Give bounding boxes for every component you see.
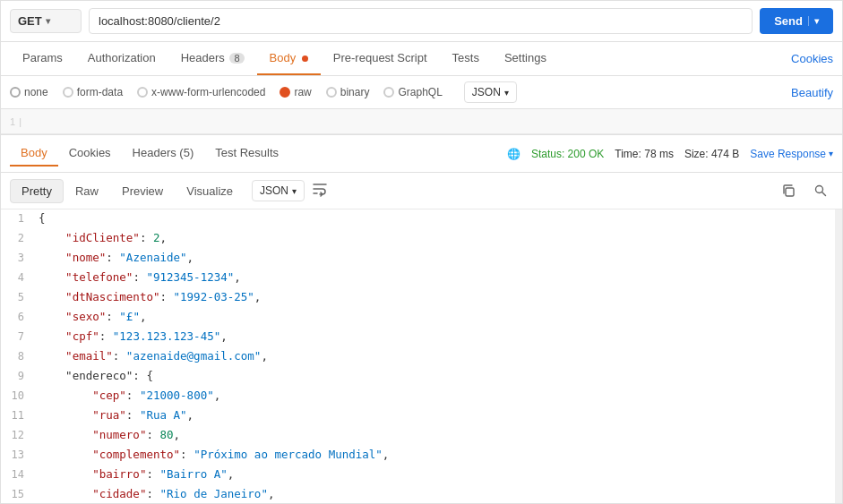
tab-body[interactable]: Body — [257, 42, 321, 75]
view-format-select[interactable]: JSON ▾ — [252, 180, 305, 201]
tab-headers[interactable]: Headers 8 — [168, 42, 257, 75]
send-label: Send — [774, 14, 803, 28]
resp-tab-cookies[interactable]: Cookies — [58, 141, 122, 167]
radio-form-data-icon — [63, 87, 73, 98]
body-type-row: none form-data x-www-form-urlencoded raw… — [1, 76, 842, 109]
json-line: 6 "sexo": "£", — [1, 308, 835, 328]
response-time: Time: 78 ms — [615, 148, 674, 160]
body-type-none[interactable]: none — [10, 86, 48, 98]
method-label: GET — [18, 14, 42, 28]
resp-tab-body[interactable]: Body — [10, 141, 58, 167]
body-type-binary[interactable]: binary — [326, 86, 370, 98]
format-label: JSON — [472, 86, 501, 98]
format-chevron-icon: ▾ — [504, 88, 509, 98]
globe-icon: 🌐 — [507, 148, 520, 160]
view-tabs: Pretty Raw Preview Visualize JSON ▾ — [1, 173, 842, 209]
json-line: 13 "complemento": "Próximo ao mercado Mu… — [1, 446, 835, 466]
json-line: 5 "dtNascimento": "1992-03-25", — [1, 288, 835, 308]
tab-tests[interactable]: Tests — [440, 42, 492, 75]
editor-line-bar: 1 | — [1, 109, 842, 134]
json-line: 9 "endereco": { — [1, 367, 835, 387]
view-format-chevron-icon: ▾ — [292, 186, 297, 196]
json-line: 4 "telefone": "912345-1234", — [1, 269, 835, 288]
tab-pre-request[interactable]: Pre-request Script — [321, 42, 440, 75]
resp-tab-test-results[interactable]: Test Results — [204, 141, 289, 167]
view-format-label: JSON — [260, 184, 288, 197]
beautify-button[interactable]: Beautify — [791, 86, 833, 99]
view-tab-raw[interactable]: Raw — [64, 179, 110, 203]
json-line: 10 "cep": "21000-800", — [1, 387, 835, 406]
view-tab-visualize[interactable]: Visualize — [175, 179, 245, 203]
json-line: 11 "rua": "Rua A", — [1, 406, 835, 426]
svg-rect-0 — [786, 188, 794, 196]
status-badge: Status: 200 OK — [531, 148, 604, 160]
response-meta: 🌐 Status: 200 OK Time: 78 ms Size: 474 B… — [507, 148, 833, 160]
radio-raw-icon — [280, 87, 290, 98]
json-body: 1{2 "idCliente": 2,3 "nome": "Azenaide",… — [1, 209, 835, 503]
save-chevron-icon: ▾ — [829, 149, 833, 158]
method-dropdown[interactable]: GET ▾ — [10, 9, 82, 33]
body-type-urlencoded[interactable]: x-www-form-urlencoded — [137, 86, 265, 98]
json-line: 14 "bairro": "Bairro A", — [1, 466, 835, 485]
resp-tab-headers[interactable]: Headers (5) — [122, 141, 205, 167]
body-type-graphql[interactable]: GraphQL — [383, 86, 442, 98]
send-chevron-icon: ▾ — [808, 16, 819, 26]
svg-line-2 — [822, 192, 826, 196]
body-format-select[interactable]: JSON ▾ — [464, 81, 517, 103]
method-chevron-icon: ▾ — [46, 16, 50, 26]
view-actions — [776, 178, 833, 203]
radio-binary-icon — [326, 87, 337, 98]
view-tab-preview[interactable]: Preview — [110, 179, 175, 203]
wrap-icon[interactable] — [312, 181, 328, 201]
body-type-form-data[interactable]: form-data — [63, 86, 123, 98]
json-line: 8 "email": "azenaide@gmail.com", — [1, 347, 835, 367]
response-size: Size: 474 B — [684, 148, 739, 160]
radio-none-icon — [10, 87, 21, 98]
json-line: 3 "nome": "Azenaide", — [1, 249, 835, 269]
radio-urlencoded-icon — [137, 87, 148, 98]
tab-settings[interactable]: Settings — [492, 42, 559, 75]
tab-params[interactable]: Params — [10, 42, 75, 75]
body-type-raw[interactable]: raw — [280, 86, 311, 98]
json-line: 7 "cpf": "123.123.123-45", — [1, 328, 835, 347]
json-line: 12 "numero": 80, — [1, 426, 835, 446]
radio-graphql-icon — [383, 87, 394, 98]
search-icon[interactable] — [808, 178, 833, 203]
view-tab-pretty[interactable]: Pretty — [10, 179, 64, 203]
json-line: 1{ — [1, 209, 835, 229]
send-button[interactable]: Send ▾ — [760, 8, 833, 34]
json-content-area: 1{2 "idCliente": 2,3 "nome": "Azenaide",… — [1, 209, 842, 503]
copy-icon[interactable] — [776, 178, 801, 203]
url-input[interactable] — [89, 8, 753, 34]
json-line: 15 "cidade": "Rio de Janeiro", — [1, 485, 835, 503]
json-line: 2 "idCliente": 2, — [1, 229, 835, 249]
save-response-button[interactable]: Save Response ▾ — [750, 148, 833, 160]
cookies-button[interactable]: Cookies — [791, 43, 833, 74]
tab-authorization[interactable]: Authorization — [75, 42, 168, 75]
nav-tabs: Params Authorization Headers 8 Body Pre-… — [1, 42, 842, 76]
response-bar: Body Cookies Headers (5) Test Results 🌐 … — [1, 134, 842, 173]
